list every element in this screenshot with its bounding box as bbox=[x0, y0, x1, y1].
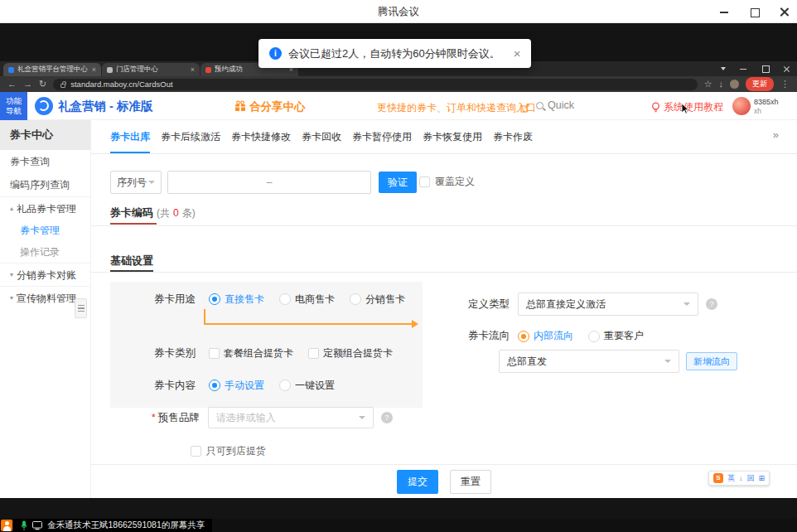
usage-row: 券卡用途 直接售卡 电商售卡 分销售卡 bbox=[154, 288, 420, 311]
checkbox-combo-card[interactable]: 套餐组合提货卡 bbox=[209, 346, 293, 360]
nav-toggle-line2: 导航 bbox=[6, 106, 22, 116]
maximize-icon[interactable] bbox=[749, 7, 759, 17]
browser-tab-marketing[interactable]: 礼盒营销平台管理中心 × bbox=[3, 63, 101, 76]
translate-extension-toolbar: S 英 ↓ 回 ⊞ bbox=[708, 471, 770, 486]
radio-icon[interactable] bbox=[279, 380, 291, 391]
download-icon[interactable]: ↓ bbox=[739, 474, 743, 482]
radio-vip-customer[interactable]: 重要客户 bbox=[588, 329, 644, 343]
def-type-label: 定义类型 bbox=[468, 297, 510, 312]
bookmark-star-icon[interactable]: ☆ bbox=[704, 80, 712, 89]
browser-profile-icon[interactable] bbox=[730, 80, 739, 89]
verify-button[interactable]: 验证 bbox=[379, 172, 417, 193]
sidebar-group-label: 宣传物料管理 bbox=[17, 287, 76, 310]
flow-select[interactable]: 总部直发 bbox=[499, 350, 679, 373]
radio-internal-flow[interactable]: 内部流向 bbox=[518, 329, 573, 343]
meeting-taskbar-icon[interactable] bbox=[1, 520, 12, 531]
browser-close-icon[interactable] bbox=[783, 65, 790, 73]
radio-one-click-setting[interactable]: 一键设置 bbox=[279, 379, 335, 393]
quick-search[interactable]: Quick bbox=[536, 99, 574, 111]
sidebar-item-card-query[interactable]: 券卡查询 bbox=[0, 150, 90, 173]
store-only-row[interactable]: 只可到店提货 bbox=[191, 444, 266, 458]
sidebar-title: 券卡中心 bbox=[0, 120, 90, 150]
radio-selected-icon[interactable] bbox=[518, 331, 529, 342]
grid-icon[interactable]: ⊞ bbox=[759, 474, 766, 482]
sidebar-item-card-manage[interactable]: 券卡管理 bbox=[0, 220, 90, 241]
help-icon[interactable]: ? bbox=[381, 412, 393, 423]
reset-button[interactable]: 重置 bbox=[450, 470, 491, 494]
back-icon[interactable]: ← bbox=[7, 80, 17, 89]
tab-label: 礼盒营销平台管理中心 bbox=[17, 65, 89, 75]
store-only-checkbox[interactable] bbox=[191, 446, 201, 457]
extension-logo-icon[interactable]: S bbox=[713, 473, 723, 483]
browser-menu-icon[interactable]: ⋮ bbox=[780, 80, 790, 89]
presale-brand-select[interactable]: 请选择或输入 bbox=[208, 407, 374, 428]
sidebar-item-code-query[interactable]: 编码序列查询 bbox=[0, 173, 90, 196]
radio-ecommerce-sale[interactable]: 电商售卡 bbox=[279, 293, 335, 307]
toast-close-icon[interactable]: × bbox=[514, 46, 521, 60]
sidebar-group-gift-cards[interactable]: ▴ 礼品券卡管理 bbox=[0, 196, 90, 220]
tab-card-outbound[interactable]: 券卡出库 bbox=[110, 120, 150, 153]
browser-maximize-icon[interactable] bbox=[761, 65, 769, 73]
share-center-link[interactable]: 合分享中心 bbox=[249, 99, 306, 114]
override-checkbox-row[interactable]: 覆盖定义 bbox=[419, 175, 475, 189]
app-logo-icon bbox=[35, 97, 53, 115]
history-icon[interactable]: 回 bbox=[747, 473, 755, 484]
refresh-icon[interactable]: ↻ bbox=[39, 80, 46, 89]
radio-selected-icon[interactable] bbox=[209, 380, 220, 391]
bulb-icon bbox=[651, 102, 660, 113]
help-icon[interactable]: ? bbox=[706, 298, 717, 310]
shared-browser-window: 礼盒营销平台管理中心 × 门店管理中心 × 预约成功 × ← → ↻ stand… bbox=[0, 61, 797, 498]
browser-window-controls bbox=[721, 63, 790, 75]
basic-settings-title: 基础设置 bbox=[110, 254, 153, 268]
tab-card-suspend[interactable]: 券卡暂停使用 bbox=[352, 120, 412, 153]
sidebar-collapse-handle[interactable] bbox=[75, 298, 87, 318]
lock-icon bbox=[60, 84, 65, 88]
browser-tab-store[interactable]: 门店管理中心 × bbox=[102, 63, 200, 76]
translate-icon[interactable]: 英 bbox=[727, 473, 735, 484]
presale-brand-placeholder: 请选择或输入 bbox=[216, 411, 276, 425]
sidebar-item-op-records[interactable]: 操作记录 bbox=[0, 241, 90, 263]
url-input[interactable]: standard.maboy.cn/CardsOut bbox=[53, 79, 697, 90]
radio-manual-setting[interactable]: 手动设置 bbox=[209, 379, 264, 393]
tab-search-chevron-icon[interactable] bbox=[721, 67, 726, 70]
minimize-icon[interactable] bbox=[719, 7, 729, 17]
download-icon[interactable]: ↓ bbox=[719, 80, 724, 89]
checkbox-label: 套餐组合提货卡 bbox=[224, 346, 293, 360]
radio-icon[interactable] bbox=[279, 293, 291, 305]
forward-icon[interactable]: → bbox=[23, 80, 32, 89]
override-checkbox[interactable] bbox=[419, 177, 430, 187]
browser-minimize-icon[interactable] bbox=[740, 65, 747, 73]
tab-card-void[interactable]: 券卡作废 bbox=[493, 120, 533, 153]
url-text: standard.maboy.cn/CardsOut bbox=[70, 80, 172, 89]
radio-icon[interactable] bbox=[350, 293, 361, 305]
checkbox-icon[interactable] bbox=[308, 348, 319, 359]
tab-close-icon[interactable]: × bbox=[92, 65, 96, 74]
collapse-panel-button[interactable]: » bbox=[773, 128, 779, 141]
function-nav-toggle[interactable]: 功能 导航 bbox=[0, 92, 27, 120]
radio-selected-icon[interactable] bbox=[209, 293, 220, 305]
radio-icon[interactable] bbox=[588, 331, 600, 342]
sidebar-group-distribution[interactable]: ▾ 分销券卡对账 bbox=[0, 263, 90, 286]
tab-card-quick-edit[interactable]: 券卡快捷修改 bbox=[231, 120, 291, 153]
serial-select[interactable]: 序列号 bbox=[110, 171, 162, 194]
tab-card-recycle[interactable]: 券卡回收 bbox=[302, 120, 341, 153]
microphone-icon bbox=[21, 520, 27, 531]
radio-distribution-sale[interactable]: 分销售卡 bbox=[350, 293, 405, 307]
web-page: 功能 导航 礼盒营销 - 标准版 合分享中心 更快捷的券卡、订单和快递查询入口 … bbox=[0, 92, 797, 498]
def-type-select[interactable]: 总部直接定义激活 bbox=[518, 293, 698, 316]
tab-close-icon[interactable]: × bbox=[191, 65, 195, 74]
close-icon[interactable] bbox=[779, 7, 789, 17]
user-name: 8385xh bbox=[754, 98, 779, 107]
checkbox-icon[interactable] bbox=[209, 348, 220, 359]
radio-direct-sale[interactable]: 直接售卡 bbox=[209, 293, 264, 307]
serial-range-input[interactable]: – bbox=[167, 171, 371, 194]
store-only-label: 只可到店提货 bbox=[206, 444, 266, 458]
quick-entry-link[interactable]: 更快捷的券卡、订单和快递查询入口 bbox=[377, 101, 536, 115]
browser-update-button[interactable]: 更新 bbox=[746, 77, 774, 91]
user-avatar[interactable] bbox=[732, 97, 751, 115]
tab-card-activate[interactable]: 券卡后续激活 bbox=[161, 120, 220, 153]
tab-card-resume[interactable]: 券卡恢复使用 bbox=[423, 120, 482, 153]
submit-button[interactable]: 提交 bbox=[397, 470, 438, 494]
checkbox-fixed-combo-card[interactable]: 定额组合提货卡 bbox=[308, 346, 393, 360]
add-flow-button[interactable]: 新增流向 bbox=[686, 352, 737, 370]
